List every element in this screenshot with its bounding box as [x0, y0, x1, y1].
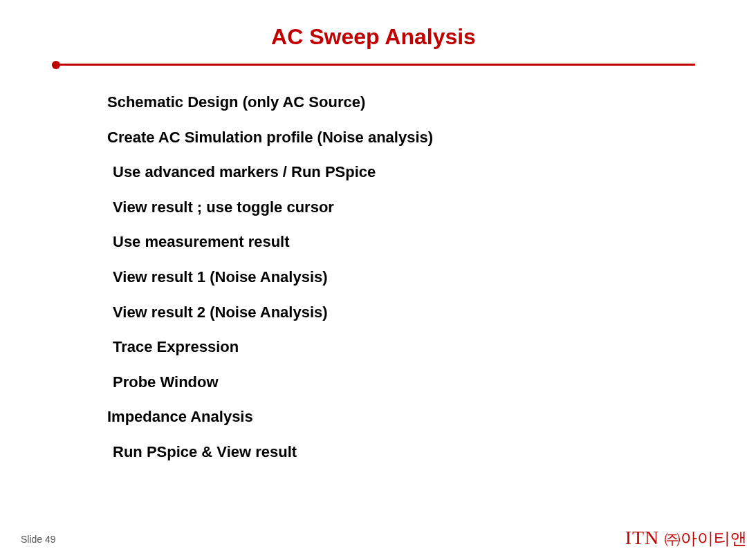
slide-number: Slide 49 [21, 534, 56, 545]
list-item: Probe Window [113, 373, 747, 393]
list-item: Schematic Design (only AC Source) [107, 93, 747, 113]
list-item: View result ; use toggle cursor [113, 198, 747, 218]
brand-kr: ㈜아이티앤 [664, 530, 747, 548]
divider-line [52, 64, 695, 66]
list-item: View result 2 (Noise Analysis) [113, 303, 747, 323]
list-item: Trace Expression [113, 337, 747, 357]
brand-en: ITN [625, 527, 660, 548]
content-list: Schematic Design (only AC Source) Create… [107, 93, 747, 463]
list-item: View result 1 (Noise Analysis) [113, 268, 747, 288]
divider-dot-icon [52, 61, 60, 69]
list-item: Impedance Analysis [107, 407, 747, 427]
slide-title: AC Sweep Analysis [0, 0, 747, 60]
list-item: Run PSpice & View result [113, 442, 747, 463]
brand-footer: ITN ㈜아이티앤 [625, 527, 747, 550]
list-item: Use measurement result [113, 232, 747, 252]
list-item: Use advanced markers / Run PSpice [113, 162, 747, 183]
list-item: Create AC Simulation profile (Noise anal… [107, 128, 747, 148]
title-divider [52, 60, 695, 68]
